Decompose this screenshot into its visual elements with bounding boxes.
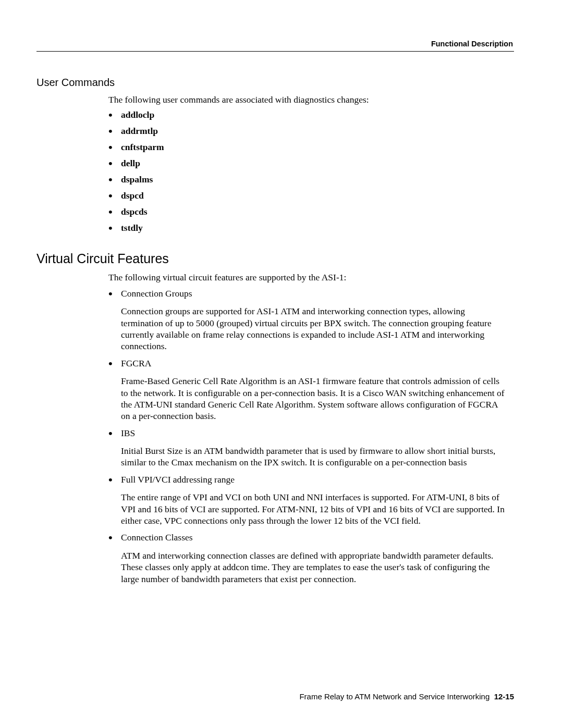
list-item: IBS Initial Burst Size is an ATM bandwid…: [108, 427, 509, 468]
virtual-circuit-list: Connection Groups Connection groups are …: [108, 288, 509, 585]
user-commands-heading: User Commands: [36, 77, 514, 89]
user-commands-intro: The following user commands are associat…: [108, 94, 509, 105]
header-rule: [36, 51, 514, 52]
feature-title: Full VPI/VCI addressing range: [121, 474, 235, 485]
feature-desc: Connection groups are supported for ASI-…: [121, 305, 509, 352]
list-item: FGCRA Frame-Based Generic Cell Rate Algo…: [108, 357, 509, 422]
list-item: cnftstparm: [108, 142, 514, 153]
list-item: dspcd: [108, 190, 514, 201]
list-item: Full VPI/VCI addressing range The entire…: [108, 474, 509, 527]
feature-desc: Frame-Based Generic Cell Rate Algorithm …: [121, 375, 509, 422]
list-item: dspcds: [108, 206, 514, 217]
list-item: addrmtlp: [108, 126, 514, 137]
page-footer: Frame Relay to ATM Network and Service I…: [299, 692, 514, 701]
virtual-circuit-intro: The following virtual circuit features a…: [108, 272, 509, 283]
user-commands-list: addloclp addrmtlp cnftstparm dellp dspal…: [108, 109, 514, 233]
feature-title: Connection Groups: [121, 288, 192, 299]
list-item: Connection Groups Connection groups are …: [108, 288, 509, 352]
feature-desc: ATM and interworking connection classes …: [121, 550, 509, 585]
virtual-circuit-heading: Virtual Circuit Features: [36, 251, 514, 266]
feature-desc: Initial Burst Size is an ATM bandwidth p…: [121, 445, 509, 468]
list-item: addloclp: [108, 109, 514, 120]
list-item: dellp: [108, 158, 514, 169]
header-section-title: Functional Description: [36, 40, 514, 48]
footer-text: Frame Relay to ATM Network and Service I…: [299, 692, 489, 701]
list-item: tstdly: [108, 223, 514, 233]
feature-title: FGCRA: [121, 358, 151, 368]
list-item: dspalms: [108, 174, 514, 185]
feature-title: Connection Classes: [121, 532, 193, 542]
list-item: Connection Classes ATM and interworking …: [108, 532, 509, 585]
page-number: 12-15: [494, 692, 514, 701]
feature-title: IBS: [121, 428, 135, 438]
feature-desc: The entire range of VPI and VCI on both …: [121, 491, 509, 526]
